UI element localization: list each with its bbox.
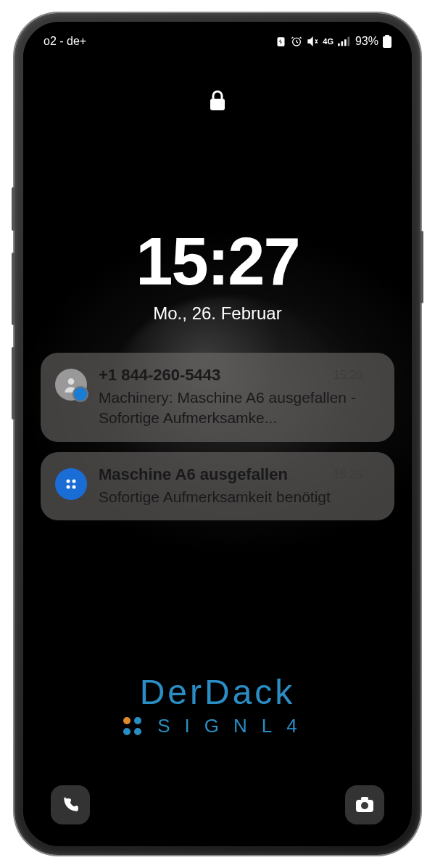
svg-point-11 xyxy=(72,479,76,483)
phone-side-buttons-right xyxy=(420,231,423,325)
svg-rect-7 xyxy=(383,36,392,48)
lock-screen[interactable]: o2 - de+ 4G 93% xyxy=(23,22,412,846)
contact-icon xyxy=(55,369,87,401)
chevron-down-icon[interactable] xyxy=(367,369,380,382)
phone-frame: o2 - de+ 4G 93% xyxy=(14,13,420,855)
brand-logo: DerDack SIGNL4 xyxy=(23,672,412,737)
phone-shortcut[interactable] xyxy=(51,785,90,824)
notification-time: 15:25 xyxy=(334,468,362,481)
notification-time: 15:26 xyxy=(334,369,362,382)
mute-icon xyxy=(307,36,318,47)
phone-side-buttons-left xyxy=(12,187,14,441)
signal-icon xyxy=(338,36,351,46)
battery-percent: 93% xyxy=(355,35,378,48)
notification-item[interactable]: +1 844-260-5443 15:26 Machinery: Maschin… xyxy=(41,353,394,442)
svg-rect-6 xyxy=(385,35,389,36)
notification-item[interactable]: Maschine A6 ausgefallen 15:25 Sofortige … xyxy=(41,452,394,520)
carrier-label: o2 - de+ xyxy=(44,35,86,48)
notifications-list: +1 844-260-5443 15:26 Machinery: Maschin… xyxy=(41,353,394,520)
svg-point-10 xyxy=(67,479,70,483)
camera-shortcut[interactable] xyxy=(345,785,384,824)
svg-rect-3 xyxy=(341,41,343,46)
battery-icon xyxy=(383,35,392,48)
clock-time: 15:27 xyxy=(23,228,412,295)
svg-point-9 xyxy=(68,378,75,385)
svg-point-13 xyxy=(72,485,76,488)
status-bar: o2 - de+ 4G 93% xyxy=(23,22,412,54)
notification-body: Sofortige Aufmerksamkeit benötigt xyxy=(99,487,380,507)
svg-rect-8 xyxy=(210,99,225,110)
clock-area: 15:27 Mo., 26. Februar xyxy=(23,228,412,324)
brand-main: DerDack xyxy=(23,672,412,712)
alarm-icon xyxy=(291,36,302,47)
svg-rect-16 xyxy=(361,797,368,801)
notification-title: +1 844-260-5443 xyxy=(99,366,220,385)
svg-point-12 xyxy=(67,485,70,488)
svg-rect-5 xyxy=(347,37,349,46)
notification-body: Machinery: Maschine A6 ausgefallen - Sof… xyxy=(99,388,380,429)
bottom-shortcuts xyxy=(23,785,412,824)
svg-point-15 xyxy=(361,802,368,809)
svg-rect-2 xyxy=(338,44,340,46)
battery-saver-icon xyxy=(276,36,286,47)
chevron-down-icon[interactable] xyxy=(367,468,380,481)
network-type: 4G xyxy=(323,37,334,46)
clock-date: Mo., 26. Februar xyxy=(23,303,412,324)
lock-icon xyxy=(23,90,412,112)
brand-sub: SIGNL4 xyxy=(23,715,412,737)
notification-title: Maschine A6 ausgefallen xyxy=(99,465,288,484)
app-icon xyxy=(55,468,87,500)
svg-rect-4 xyxy=(344,39,347,46)
